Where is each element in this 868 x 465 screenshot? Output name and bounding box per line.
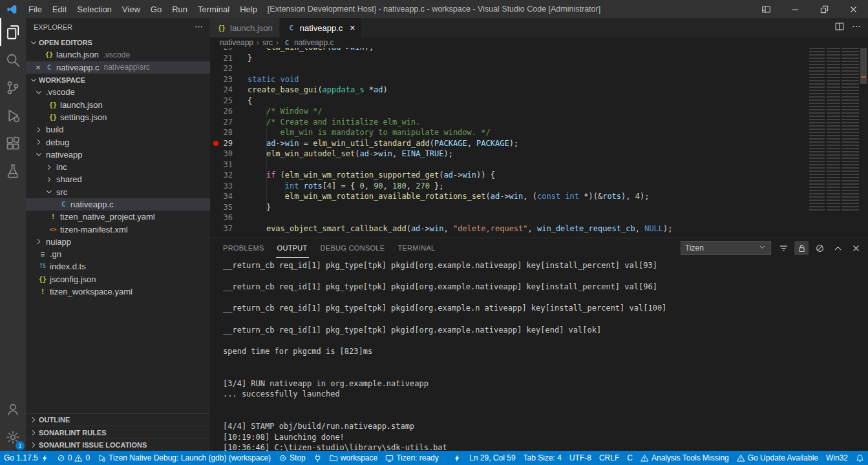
code-line-20[interactable]: 20 elm_win_lower(ad->win); xyxy=(210,48,868,53)
tab-nativeapp.c[interactable]: Cnativeapp.c× xyxy=(280,18,363,37)
workspace-header[interactable]: WORKSPACE xyxy=(26,74,210,86)
split-editor-action[interactable] xyxy=(834,21,845,34)
tab-launch.json[interactable]: {}launch.json xyxy=(210,18,280,37)
activity-tizen[interactable] xyxy=(0,157,26,185)
file-index.d.ts[interactable]: TSindex.d.ts xyxy=(26,260,210,273)
folder-debug[interactable]: debug xyxy=(26,136,210,148)
activity-search[interactable] xyxy=(0,46,26,74)
folder-build[interactable]: build xyxy=(26,123,210,136)
code-line-26[interactable]: 26 /* Window */ xyxy=(210,106,868,117)
status-cursor-position[interactable]: Ln 29, Col 59 xyxy=(465,451,519,465)
breadcrumb-item-src[interactable]: src xyxy=(262,38,273,47)
activity-settings[interactable]: 1 xyxy=(0,423,26,451)
code-line-28[interactable]: 28 elm_win is mandatory to manipulate wi… xyxy=(210,127,868,138)
menu-go[interactable]: Go xyxy=(145,0,167,18)
status-tizen-ready[interactable]: Tizen: ready xyxy=(381,451,443,465)
status-language-mode[interactable]: C xyxy=(623,451,637,465)
panel-tab-terminal[interactable]: TERMINAL xyxy=(396,238,436,258)
folder-.vscode[interactable]: .vscode xyxy=(26,86,210,98)
file-launch.json[interactable]: {}launch.json xyxy=(26,98,210,110)
status-analysis-tools[interactable]: Analysis Tools Missing xyxy=(637,451,733,465)
code-editor[interactable]: 20 elm_win_lower(ad->win);21}2223static … xyxy=(210,48,868,238)
status-flash[interactable] xyxy=(449,451,465,465)
more-action[interactable] xyxy=(851,21,862,34)
minimap[interactable] xyxy=(809,48,859,211)
breadcrumb-item-nativeapp.c[interactable]: Cnativeapp.c xyxy=(282,38,333,47)
menu-view[interactable]: View xyxy=(117,0,145,18)
toggle-auto-scroll-button[interactable] xyxy=(794,241,809,255)
activity-accounts[interactable] xyxy=(0,395,26,423)
close-button[interactable] xyxy=(839,0,868,18)
clear-output-button[interactable] xyxy=(812,241,827,255)
code-line-21[interactable]: 21} xyxy=(210,53,868,64)
code-line-29[interactable]: 29 ad->win = elm_win_util_standard_add(P… xyxy=(210,138,868,149)
code-line-22[interactable]: 22 xyxy=(210,63,868,74)
code-line-36[interactable]: 36 xyxy=(210,212,868,223)
status-encoding[interactable]: UTF-8 xyxy=(566,451,595,465)
output-console[interactable]: __return_cb req_id[1] pkg_type[tpk] pkgi… xyxy=(210,258,868,451)
status-go-update[interactable]: Go Update Available xyxy=(733,451,822,465)
status-go-version[interactable]: Go 1.17.5 xyxy=(0,451,53,465)
activity-explorer[interactable] xyxy=(0,18,26,46)
menu-help[interactable]: Help xyxy=(235,0,262,18)
folder-inc[interactable]: inc xyxy=(26,161,210,173)
maximize-panel-button[interactable] xyxy=(831,241,845,255)
scrollbar-thumb[interactable] xyxy=(860,48,867,84)
file-tizen_workspace.yaml[interactable]: !tizen_workspace.yaml xyxy=(26,285,210,298)
code-line-27[interactable]: 27 /* Create and initialize elm_win. xyxy=(210,117,868,128)
section-sonarlint-issue-locations[interactable]: SONARLINT ISSUE LOCATIONS xyxy=(26,439,210,451)
code-line-33[interactable]: 33 int rots[4] = { 0, 90, 180, 270 }; xyxy=(210,181,868,192)
activity-run-and-debug[interactable] xyxy=(0,101,26,129)
folder-nuiapp[interactable]: nuiapp xyxy=(26,236,210,248)
status-workspace[interactable]: workspace xyxy=(326,451,381,465)
code-line-34[interactable]: 34 elm_win_wm_rotation_available_rotatio… xyxy=(210,191,868,202)
file-settings.json[interactable]: {}settings.json xyxy=(26,111,210,123)
menu-terminal[interactable]: Terminal xyxy=(193,0,235,18)
activity-source-control[interactable] xyxy=(0,74,26,101)
file-jsconfig.json[interactable]: {}jsconfig.json xyxy=(26,273,210,285)
code-line-30[interactable]: 30 elm_win_autodel_set(ad->win, EINA_TRU… xyxy=(210,149,868,160)
status-stop-debug[interactable]: Stop xyxy=(275,451,310,465)
status-debug-launch[interactable]: Tizen Native Debug: Launch (gdb) (worksp… xyxy=(94,451,275,465)
close-editor-icon[interactable]: × xyxy=(32,63,44,72)
code-line-23[interactable]: 23static void xyxy=(210,74,868,85)
close-panel-button[interactable] xyxy=(849,241,863,255)
section-sonarlint-rules[interactable]: SONARLINT RULES xyxy=(26,426,210,438)
open-editor-nativeapp.c[interactable]: ×Cnativeapp.cnativeapp\src xyxy=(26,61,210,74)
breadcrumb-item-nativeapp[interactable]: nativeapp xyxy=(220,38,253,47)
layout-button[interactable] xyxy=(752,0,781,18)
open-editor-launch.json[interactable]: {}launch.json.vscode xyxy=(26,48,210,61)
breakpoint-icon[interactable] xyxy=(213,141,218,146)
restore-button[interactable] xyxy=(810,0,839,18)
folder-nativeapp[interactable]: nativeapp xyxy=(26,149,210,161)
editor-scrollbar[interactable] xyxy=(859,48,868,238)
panel-tab-debug-console[interactable]: DEBUG CONSOLE xyxy=(319,238,386,258)
status-platform[interactable]: Win32 xyxy=(822,451,852,465)
filter-output-button[interactable] xyxy=(776,241,790,255)
code-line-35[interactable]: 35 } xyxy=(210,202,868,213)
code-line-24[interactable]: 24create_base_gui(appdata_s *ad) xyxy=(210,85,868,96)
file-tizen_native_project.yaml[interactable]: !tizen_native_project.yaml xyxy=(26,211,210,223)
panel-tab-problems[interactable]: PROBLEMS xyxy=(222,238,266,258)
explorer-more-actions[interactable] xyxy=(194,22,204,33)
activity-extensions[interactable] xyxy=(0,129,26,157)
code-line-37[interactable]: 37 evas_object_smart_callback_add(ad->wi… xyxy=(210,223,868,234)
folder-src[interactable]: src xyxy=(26,186,210,198)
file-nativeapp.c[interactable]: Cnativeapp.c xyxy=(26,198,210,211)
menu-file[interactable]: File xyxy=(23,0,47,18)
status-problems[interactable]: 00 xyxy=(53,451,94,465)
status-device-connect[interactable] xyxy=(310,451,326,465)
open-editors-header[interactable]: OPEN EDITORS xyxy=(26,36,210,48)
folder-shared[interactable]: shared xyxy=(26,173,210,185)
menu-edit[interactable]: Edit xyxy=(47,0,72,18)
status-indentation[interactable]: Tab Size: 4 xyxy=(520,451,566,465)
code-line-32[interactable]: 32 if (elm_win_wm_rotation_supported_get… xyxy=(210,170,868,181)
panel-tab-output[interactable]: OUTPUT xyxy=(276,238,309,258)
output-channel-select[interactable]: Tizen xyxy=(681,241,771,255)
menu-selection[interactable]: Selection xyxy=(72,0,116,18)
file-.gn[interactable]: ≡.gn xyxy=(26,248,210,260)
section-outline[interactable]: OUTLINE xyxy=(26,413,210,426)
minimize-button[interactable] xyxy=(781,0,810,18)
code-line-31[interactable]: 31 xyxy=(210,160,868,170)
status-notifications[interactable] xyxy=(852,451,868,465)
